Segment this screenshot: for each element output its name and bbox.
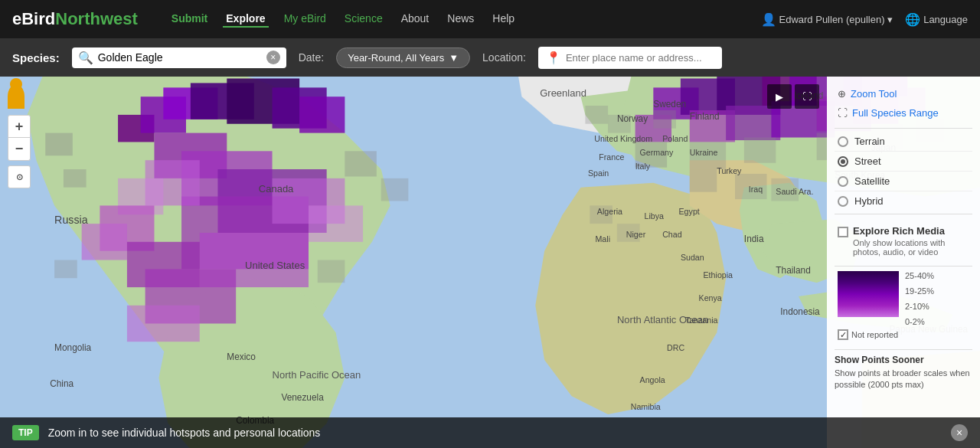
satellite-label: Satellite xyxy=(854,175,890,187)
svg-text:North Pacific Ocean: North Pacific Ocean xyxy=(273,369,361,381)
zoom-out-button[interactable]: − xyxy=(8,138,31,161)
header: eBird Northwest Submit Explore My eBird … xyxy=(0,0,980,38)
svg-text:Saudi Ara.: Saudi Ara. xyxy=(776,187,813,196)
svg-text:Namibia: Namibia xyxy=(631,402,661,411)
zoom-tool[interactable]: ⊕ Zoom Tool xyxy=(835,84,972,103)
pegman-icon xyxy=(8,84,24,109)
svg-text:United States: United States xyxy=(245,260,305,271)
full-range-icon: ⛶ xyxy=(838,107,848,119)
terrain-radio[interactable]: Terrain xyxy=(835,132,972,152)
chevron-down-icon: ▼ xyxy=(449,52,459,64)
tip-close-button[interactable]: × xyxy=(951,424,968,441)
zoom-tool-label: Zoom Tool xyxy=(851,88,897,100)
nav-submit[interactable]: Submit xyxy=(168,11,211,28)
date-select[interactable]: Year-Round, All Years ▼ xyxy=(336,47,470,68)
svg-text:Venezuela: Venezuela xyxy=(281,392,324,403)
legend-label-high: 25-40% xyxy=(905,271,934,280)
legend-label-low: 0-2% xyxy=(905,317,934,326)
nav-about[interactable]: About xyxy=(398,11,433,28)
reset-view-button[interactable]: ⊙ xyxy=(8,165,31,188)
logo-ebird: eBird xyxy=(12,9,55,29)
svg-text:Tanzania: Tanzania xyxy=(685,316,718,325)
hybrid-radio[interactable]: Hybrid xyxy=(835,191,972,211)
nav-myebird[interactable]: My eBird xyxy=(281,11,329,28)
svg-text:China: China xyxy=(50,378,74,389)
svg-text:Germany: Germany xyxy=(640,148,674,157)
legend: 25-40% 19-25% 2-10% 0-2% Not reported xyxy=(835,266,972,345)
zoom-tool-icon: ⊕ xyxy=(838,88,846,100)
svg-rect-52 xyxy=(653,110,676,129)
pegman-button[interactable] xyxy=(8,84,31,109)
logo-northwest: Northwest xyxy=(55,9,138,29)
map-controls-left: + − ⊙ xyxy=(8,84,31,188)
svg-text:Algeria: Algeria xyxy=(597,207,622,216)
hybrid-radio-button[interactable] xyxy=(838,196,848,207)
svg-text:Kenya: Kenya xyxy=(699,293,722,302)
svg-text:Russia: Russia xyxy=(54,214,88,226)
user-name: Edward Pullen (epullen) ▾ xyxy=(779,14,893,25)
tip-badge: TIP xyxy=(12,425,39,440)
globe-icon: 🌐 xyxy=(905,12,920,27)
search-bar: Species: 🔍 × Date: Year-Round, All Years… xyxy=(0,38,980,77)
right-panel: ⊕ Zoom Tool ⛶ Full Species Range Terrain… xyxy=(827,77,980,448)
rich-media-description: Only show locations with photos, audio, … xyxy=(853,238,969,257)
svg-text:Angola: Angola xyxy=(640,375,665,384)
map-top-right-controls: ▶ ⛶ xyxy=(767,84,819,109)
svg-rect-43 xyxy=(744,138,776,163)
date-label: Date: xyxy=(299,51,324,64)
tip-bar: TIP Zoom in to see individual hotspots a… xyxy=(0,417,980,448)
language-button[interactable]: 🌐 Language xyxy=(905,12,968,27)
map-container: Russia Mongolia China Japan South Korea … xyxy=(0,77,980,448)
zoom-in-button[interactable]: + xyxy=(8,115,31,138)
location-input[interactable] xyxy=(566,52,714,64)
nav-news[interactable]: News xyxy=(444,11,477,28)
svg-text:Spain: Spain xyxy=(588,169,609,178)
svg-rect-27 xyxy=(318,260,345,283)
street-radio-button[interactable] xyxy=(838,156,848,167)
user-info[interactable]: 👤 Edward Pullen (epullen) ▾ xyxy=(761,12,893,27)
video-button[interactable]: ▶ xyxy=(767,84,792,109)
species-input[interactable] xyxy=(98,51,262,64)
location-pin-icon: 📍 xyxy=(546,51,561,65)
svg-text:Indonesia: Indonesia xyxy=(780,306,820,317)
terrain-radio-button[interactable] xyxy=(838,136,848,147)
svg-text:India: India xyxy=(744,234,764,244)
svg-rect-21 xyxy=(127,306,200,342)
svg-text:Thailand: Thailand xyxy=(776,265,810,276)
location-input-container: 📍 xyxy=(538,47,722,69)
svg-text:Sweden: Sweden xyxy=(653,99,686,110)
svg-text:Libya: Libya xyxy=(644,211,664,221)
nav-help[interactable]: Help xyxy=(489,11,518,28)
svg-rect-16 xyxy=(309,205,363,241)
full-species-range-label: Full Species Range xyxy=(852,107,939,119)
location-label: Location: xyxy=(482,51,526,64)
svg-rect-50 xyxy=(585,106,608,124)
street-radio[interactable]: Street xyxy=(835,152,972,172)
show-points-section: Show Points Sooner Show points at broade… xyxy=(835,349,972,391)
svg-rect-26 xyxy=(54,260,77,279)
svg-rect-22 xyxy=(45,133,73,156)
svg-text:Norway: Norway xyxy=(617,113,648,124)
svg-text:Poland: Poland xyxy=(662,134,688,143)
clear-search-button[interactable]: × xyxy=(266,51,280,64)
satellite-radio[interactable]: Satellite xyxy=(835,172,972,191)
svg-rect-23 xyxy=(64,169,87,188)
full-species-range[interactable]: ⛶ Full Species Range xyxy=(835,103,972,123)
date-value: Year-Round, All Years xyxy=(348,52,444,64)
svg-text:Iraq: Iraq xyxy=(749,185,763,194)
nav-science[interactable]: Science xyxy=(341,11,386,28)
nav-explore[interactable]: Explore xyxy=(223,11,268,28)
not-reported-checkbox[interactable] xyxy=(838,329,848,340)
svg-text:Mali: Mali xyxy=(595,234,610,244)
rich-media-checkbox[interactable] xyxy=(838,227,848,237)
main-nav: Submit Explore My eBird Science About Ne… xyxy=(168,11,518,28)
svg-text:Turkey: Turkey xyxy=(717,166,742,175)
street-label: Street xyxy=(854,155,881,167)
explore-rich-media-section: Explore Rich Media Only show locations w… xyxy=(835,214,972,261)
svg-text:Italy: Italy xyxy=(635,162,651,171)
svg-rect-7 xyxy=(299,96,345,132)
map-type-radios: Terrain Street Satellite Hybrid xyxy=(835,132,972,211)
fullscreen-button[interactable]: ⛶ xyxy=(795,84,819,109)
svg-text:Greenland: Greenland xyxy=(540,87,586,99)
satellite-radio-button[interactable] xyxy=(838,176,848,187)
